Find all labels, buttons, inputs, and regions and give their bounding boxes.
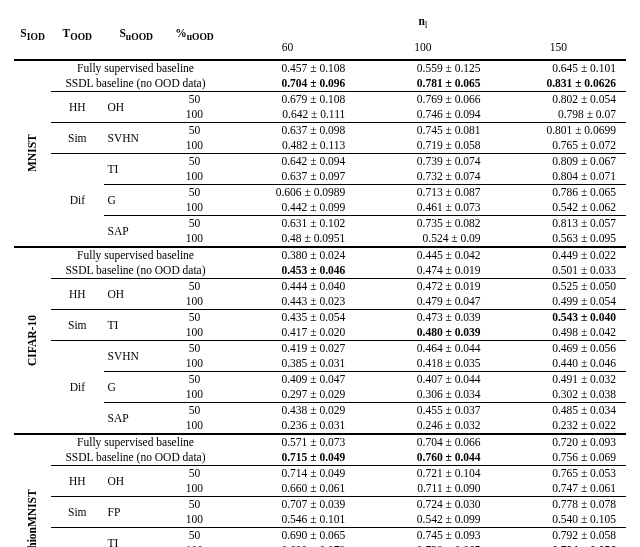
tood-label: Dif	[51, 528, 103, 547]
table-cell: 0.449 ± 0.022	[491, 247, 626, 263]
suood-label: TI	[104, 154, 169, 185]
tood-label: Dif	[51, 341, 103, 435]
suood-label: TI	[104, 528, 169, 547]
table-cell: 0.472 ± 0.019	[355, 279, 490, 295]
suood-label: SVHN	[104, 123, 169, 154]
table-cell: 0.473 ± 0.039	[355, 310, 490, 326]
table-cell: 0.302 ± 0.038	[491, 387, 626, 403]
table-cell: 50	[169, 123, 220, 139]
table-cell: 0.802 ± 0.054	[491, 92, 626, 108]
table-cell: 0.232 ± 0.022	[491, 418, 626, 434]
tood-label: Dif	[51, 154, 103, 248]
table-cell: 0.745 ± 0.081	[355, 123, 490, 139]
table-cell: 0.679 ± 0.108	[220, 92, 355, 108]
table-cell: 0.786 ± 0.065	[491, 185, 626, 201]
baseline-label: SSDL baseline (no OOD data)	[51, 450, 220, 466]
table-cell: 0.543 ± 0.040	[491, 310, 626, 326]
table-cell: 0.704 ± 0.096	[220, 76, 355, 92]
tood-label: HH	[51, 92, 103, 123]
table-cell: 0.461 ± 0.073	[355, 200, 490, 216]
dataset-label: FashionMNIST	[14, 434, 51, 547]
table-cell: 100	[169, 387, 220, 403]
table-cell: 50	[169, 310, 220, 326]
table-cell: 0.418 ± 0.035	[355, 356, 490, 372]
table-cell: 0.794 ± 0.056	[491, 543, 626, 547]
table-cell: 0.714 ± 0.049	[220, 466, 355, 482]
table-cell: 0.719 ± 0.058	[355, 138, 490, 154]
table-cell: 0.720 ± 0.093	[491, 434, 626, 450]
table-cell: 0.435 ± 0.054	[220, 310, 355, 326]
table-cell: 0.479 ± 0.047	[355, 294, 490, 310]
hdr-siod: SIOD	[14, 10, 51, 60]
table-cell: 0.747 ± 0.061	[491, 481, 626, 497]
table-cell: 100	[169, 138, 220, 154]
dataset-label: CIFAR-10	[14, 247, 51, 434]
table-cell: 0.417 ± 0.020	[220, 325, 355, 341]
table-cell: 0.438 ± 0.029	[220, 403, 355, 419]
table-cell: 0.469 ± 0.056	[491, 341, 626, 357]
results-table: SIOD TOOD SuOOD %uOOD nl 60 100 150 MNIS…	[14, 10, 626, 547]
suood-label: OH	[104, 466, 169, 497]
table-cell: 0.704 ± 0.066	[355, 434, 490, 450]
suood-label: SAP	[104, 216, 169, 248]
table-cell: 50	[169, 92, 220, 108]
table-cell: 0.524 ± 0.09	[355, 231, 490, 247]
table-cell: 0.645 ± 0.101	[491, 60, 626, 76]
table-cell: 0.498 ± 0.042	[491, 325, 626, 341]
suood-label: G	[104, 185, 169, 216]
baseline-label: SSDL baseline (no OOD data)	[51, 263, 220, 279]
table-cell: 0.781 ± 0.065	[355, 76, 490, 92]
table-cell: 0.831 ± 0.0626	[491, 76, 626, 92]
table-cell: 0.480 ± 0.039	[355, 325, 490, 341]
table-cell: 0.542 ± 0.062	[491, 200, 626, 216]
hdr-n150: 150	[491, 36, 626, 60]
table-cell: 0.745 ± 0.093	[355, 528, 490, 544]
table-cell: 100	[169, 294, 220, 310]
table-cell: 0.444 ± 0.040	[220, 279, 355, 295]
table-cell: 0.485 ± 0.034	[491, 403, 626, 419]
table-cell: 0.442 ± 0.099	[220, 200, 355, 216]
tood-label: HH	[51, 279, 103, 310]
table-cell: 0.713 ± 0.087	[355, 185, 490, 201]
table-body: MNISTFully supervised baseline0.457 ± 0.…	[14, 60, 626, 547]
table-cell: 0.660 ± 0.061	[220, 481, 355, 497]
suood-label: G	[104, 372, 169, 403]
table-cell: 0.499 ± 0.054	[491, 294, 626, 310]
table-cell: 0.563 ± 0.095	[491, 231, 626, 247]
table-cell: 0.769 ± 0.066	[355, 92, 490, 108]
table-cell: 0.443 ± 0.023	[220, 294, 355, 310]
table-cell: 0.606 ± 0.0989	[220, 185, 355, 201]
table-cell: 0.778 ± 0.078	[491, 497, 626, 513]
table-cell: 0.760 ± 0.044	[355, 450, 490, 466]
table-cell: 50	[169, 466, 220, 482]
table-cell: 0.48 ± 0.0951	[220, 231, 355, 247]
table-cell: 0.236 ± 0.031	[220, 418, 355, 434]
table-cell: 50	[169, 372, 220, 388]
table-cell: 0.711 ± 0.090	[355, 481, 490, 497]
suood-label: OH	[104, 92, 169, 123]
table-cell: 0.765 ± 0.072	[491, 138, 626, 154]
table-cell: 0.756 ± 0.069	[491, 450, 626, 466]
table-cell: 0.739 ± 0.074	[355, 154, 490, 170]
table-cell: 0.813 ± 0.057	[491, 216, 626, 232]
baseline-label: Fully supervised baseline	[51, 247, 220, 263]
baseline-label: Fully supervised baseline	[51, 434, 220, 450]
suood-label: TI	[104, 310, 169, 341]
table-cell: 0.455 ± 0.037	[355, 403, 490, 419]
table-cell: 50	[169, 216, 220, 232]
table-cell: 0.735 ± 0.082	[355, 216, 490, 232]
table-cell: 0.440 ± 0.046	[491, 356, 626, 372]
hdr-tood: TOOD	[51, 10, 103, 60]
table-cell: 0.474 ± 0.019	[355, 263, 490, 279]
table-cell: 100	[169, 325, 220, 341]
table-cell: 50	[169, 154, 220, 170]
table-cell: 0.746 ± 0.094	[355, 107, 490, 123]
table-cell: 0.542 ± 0.099	[355, 512, 490, 528]
table-cell: 0.306 ± 0.034	[355, 387, 490, 403]
table-cell: 100	[169, 418, 220, 434]
hdr-suood: SuOOD	[104, 10, 169, 60]
table-cell: 0.457 ± 0.108	[220, 60, 355, 76]
table-cell: 0.637 ± 0.098	[220, 123, 355, 139]
table-cell: 100	[169, 481, 220, 497]
table-cell: 0.453 ± 0.046	[220, 263, 355, 279]
